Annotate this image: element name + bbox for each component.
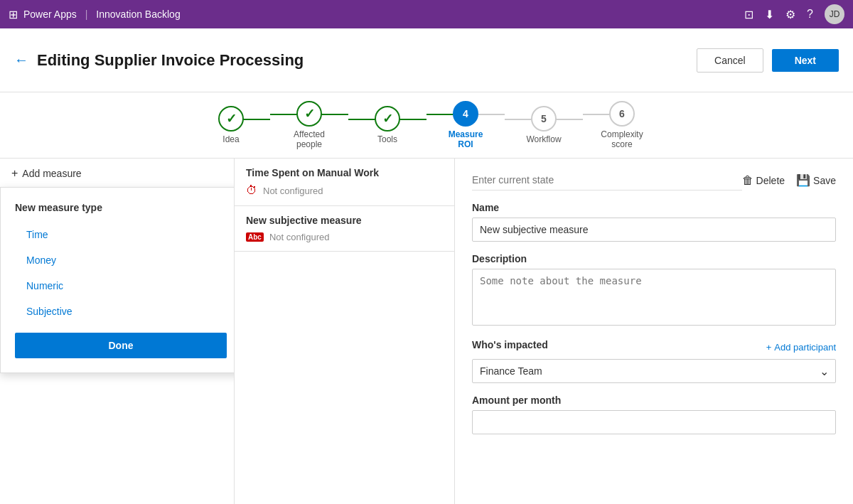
topbar-divider: | xyxy=(85,9,88,20)
cancel-button[interactable]: Cancel xyxy=(697,48,763,73)
step-circle-affected: ✓ xyxy=(296,101,322,127)
step-affected-people[interactable]: ✓ Affectedpeople xyxy=(270,101,348,149)
time-icon: ⏱ xyxy=(246,184,257,197)
step-circle-workflow: 5 xyxy=(531,106,557,132)
save-icon: 💾 xyxy=(796,173,810,187)
amount-label: Amount per month xyxy=(472,395,836,406)
step-label-workflow: Workflow xyxy=(526,134,561,144)
dropdown-item-money[interactable]: Money xyxy=(1,247,235,273)
step-circle-measure: 4 xyxy=(453,101,478,127)
amount-input[interactable] xyxy=(472,410,836,434)
settings-icon[interactable]: ⚙ xyxy=(785,8,795,21)
description-field-group: Description xyxy=(472,253,836,328)
current-state-input[interactable] xyxy=(472,170,742,191)
measure-type-dropdown: New measure type Time Money Numeric Subj… xyxy=(0,187,235,373)
dropdown-header: New measure type xyxy=(1,196,235,222)
right-panel: 🗑 Delete 💾 Save Name Description Who's i… xyxy=(455,159,853,504)
add-participant-label: Add participant xyxy=(774,342,836,353)
back-button[interactable]: ← xyxy=(14,52,28,68)
download-icon[interactable]: ⬇ xyxy=(765,8,774,21)
who-impacted-label: Who's impacted xyxy=(472,339,548,350)
delete-label: Delete xyxy=(756,175,785,186)
add-measure-label: Add measure xyxy=(22,168,81,179)
description-label: Description xyxy=(472,253,836,264)
description-textarea[interactable] xyxy=(472,269,836,326)
page-title: Editing Supplier Invoice Processing xyxy=(37,51,688,70)
dropdown-item-time[interactable]: Time xyxy=(1,222,235,247)
dropdown-item-subjective[interactable]: Subjective xyxy=(1,299,235,324)
step-circle-complexity: 6 xyxy=(609,101,635,127)
who-impacted-group: Who's impacted + Add participant Finance… xyxy=(472,339,836,383)
left-panel: + Add measure New measure type Time Mone… xyxy=(0,159,235,504)
plus-icon: + xyxy=(11,167,18,180)
name-input[interactable] xyxy=(472,218,836,242)
step-workflow[interactable]: 5 Workflow xyxy=(505,106,583,144)
add-participant-button[interactable]: + Add participant xyxy=(766,342,836,353)
step-idea[interactable]: ✓ Idea xyxy=(192,106,270,144)
topbar-icons: ⊡ ⬇ ⚙ ? JD xyxy=(744,4,844,24)
help-icon[interactable]: ? xyxy=(807,8,813,21)
delete-button[interactable]: 🗑 Delete xyxy=(742,174,785,187)
workspace-name: Innovation Backlog xyxy=(96,9,180,20)
abc-icon: Abc xyxy=(246,232,264,242)
who-impacted-row: Who's impacted + Add participant xyxy=(472,339,836,355)
participant-select[interactable]: Finance Team xyxy=(472,359,836,383)
step-complexity[interactable]: 6 Complexityscore xyxy=(583,101,661,149)
next-button[interactable]: Next xyxy=(772,49,839,72)
screen-icon[interactable]: ⊡ xyxy=(744,8,753,21)
amount-field-group: Amount per month xyxy=(472,395,836,434)
page-header: ← Editing Supplier Invoice Processing Ca… xyxy=(0,28,853,92)
save-button[interactable]: 💾 Save xyxy=(796,173,836,187)
measure-card-status-subjective: Abc Not configured xyxy=(246,232,443,242)
status-label-subjective: Not configured xyxy=(269,232,330,242)
measure-card-status-time: ⏱ Not configured xyxy=(246,184,443,197)
delete-icon: 🗑 xyxy=(742,174,753,187)
step-tools[interactable]: ✓ Tools xyxy=(348,106,426,144)
step-label-complexity: Complexityscore xyxy=(601,129,643,149)
right-toolbar: 🗑 Delete 💾 Save xyxy=(472,170,836,191)
step-label-measure: MeasureROI xyxy=(449,129,483,149)
dropdown-item-numeric[interactable]: Numeric xyxy=(1,273,235,299)
topbar: ⊞ Power Apps | Innovation Backlog ⊡ ⬇ ⚙ … xyxy=(0,0,853,28)
measure-card-time[interactable]: Time Spent on Manual Work ⏱ Not configur… xyxy=(235,159,454,206)
avatar[interactable]: JD xyxy=(825,4,844,24)
add-measure-button[interactable]: + Add measure xyxy=(0,159,234,189)
plus-icon-participant: + xyxy=(766,342,772,353)
step-circle-idea: ✓ xyxy=(218,106,244,132)
step-measure-roi[interactable]: 4 MeasureROI xyxy=(426,101,505,149)
main-content: + Add measure New measure type Time Mone… xyxy=(0,159,853,504)
name-field-group: Name xyxy=(472,202,836,242)
measure-card-title-time: Time Spent on Manual Work xyxy=(246,167,443,178)
step-label-idea: Idea xyxy=(222,134,239,144)
dropdown-done-button[interactable]: Done xyxy=(15,333,227,358)
step-label-affected: Affectedpeople xyxy=(294,129,325,149)
app-name: Power Apps xyxy=(23,9,77,20)
mid-panel: Time Spent on Manual Work ⏱ Not configur… xyxy=(235,159,455,504)
participant-select-wrapper: Finance Team ⌄ xyxy=(472,359,836,383)
name-label: Name xyxy=(472,202,836,213)
status-label-time: Not configured xyxy=(263,186,323,196)
measure-card-subjective[interactable]: New subjective measure Abc Not configure… xyxy=(235,206,454,252)
steps-bar: ✓ Idea ✓ Affectedpeople ✓ Tools 4 Measur… xyxy=(0,92,853,159)
toolbar-actions: 🗑 Delete 💾 Save xyxy=(742,173,836,187)
measure-card-title-subjective: New subjective measure xyxy=(246,215,443,226)
save-label: Save xyxy=(813,175,836,186)
step-label-tools: Tools xyxy=(377,134,397,144)
step-circle-tools: ✓ xyxy=(375,106,400,132)
grid-icon[interactable]: ⊞ xyxy=(9,8,18,21)
